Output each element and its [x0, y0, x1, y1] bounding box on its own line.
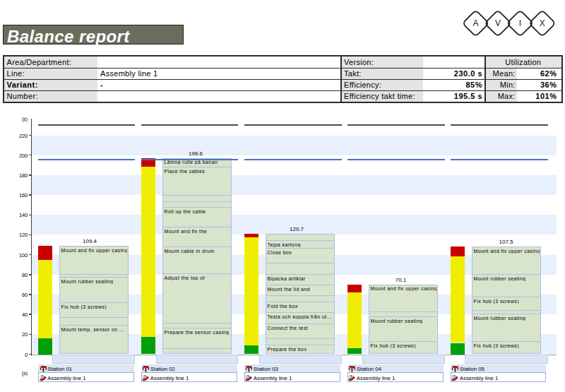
svg-text:X: X [540, 18, 545, 28]
svg-text:I: I [519, 18, 521, 28]
svg-text:A: A [473, 18, 479, 28]
svg-text:V: V [495, 18, 501, 28]
